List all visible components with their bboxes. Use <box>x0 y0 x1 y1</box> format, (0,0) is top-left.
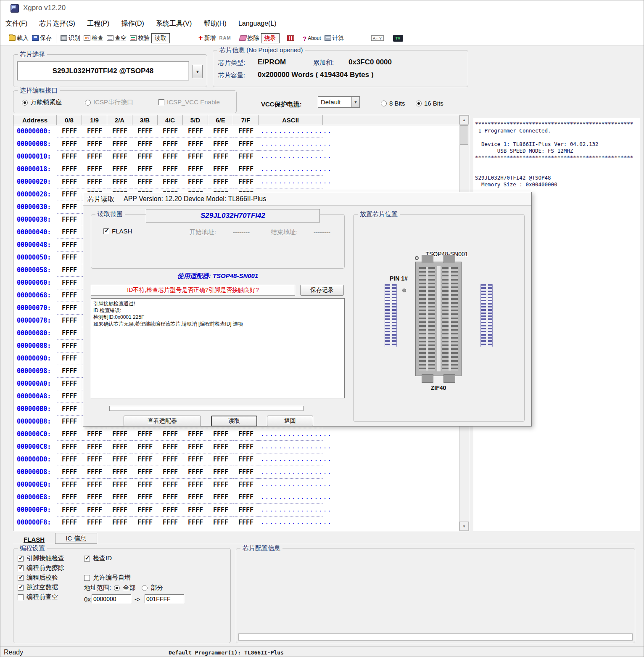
hex-cell[interactable]: FFFF <box>208 428 233 441</box>
hex-cell[interactable]: FFFF <box>183 163 208 176</box>
hex-cell[interactable]: FFFF <box>132 428 158 441</box>
hex-cell[interactable]: FFFF <box>82 176 107 188</box>
hex-cell[interactable]: FFFF <box>158 176 183 188</box>
hex-cell[interactable]: FFFF <box>183 428 208 441</box>
hex-cell[interactable]: FFFF <box>183 466 208 479</box>
hex-cell[interactable]: FFFF <box>82 441 107 453</box>
address-start-input[interactable] <box>92 594 131 603</box>
hex-cell[interactable]: FFFF <box>57 125 82 138</box>
hex-cell[interactable]: FFFF <box>158 466 183 479</box>
hex-cell[interactable]: FFFF <box>132 453 158 466</box>
hex-cell[interactable]: FFFF <box>158 491 183 504</box>
hex-cell[interactable]: FFFF <box>57 176 82 188</box>
hex-cell[interactable]: FFFF <box>107 125 132 138</box>
burn-button[interactable]: 烧录 <box>261 33 280 43</box>
hex-cell[interactable]: FFFF <box>57 428 82 441</box>
calculator-button[interactable]: 计算 <box>323 34 346 43</box>
hex-cell[interactable]: FFFF <box>183 504 208 517</box>
hex-cell[interactable]: FFFF <box>57 201 82 214</box>
hex-cell[interactable]: FFFF <box>233 163 259 176</box>
menu-file[interactable]: 文件(F) <box>0 16 32 31</box>
hex-cell[interactable]: FFFF <box>208 151 233 163</box>
menu-system-tools[interactable]: 系统工具(V) <box>151 16 197 31</box>
menu-project[interactable]: 工程(P) <box>82 16 114 31</box>
hex-cell[interactable]: FFFF <box>57 138 82 151</box>
hex-cell[interactable]: FFFF <box>57 226 82 239</box>
hex-cell[interactable]: FFFF <box>158 138 183 151</box>
hex-cell[interactable]: FFFF <box>158 479 183 491</box>
hex-cell[interactable]: FFFF <box>57 188 82 201</box>
converter-button[interactable]: A↔Y <box>370 34 385 42</box>
bits8-radio[interactable]: 8 Bits <box>381 100 405 107</box>
hex-cell[interactable]: FFFF <box>132 151 158 163</box>
hex-cell[interactable]: FFFF <box>208 466 233 479</box>
scroll-down-icon[interactable]: ▼ <box>459 522 469 531</box>
hex-cell[interactable]: FFFF <box>132 491 158 504</box>
menu-help[interactable]: 帮助(H) <box>199 16 232 31</box>
hex-cell[interactable]: FFFF <box>233 504 259 517</box>
hex-cell[interactable]: FFFF <box>158 151 183 163</box>
view-adapter-button[interactable]: 查看适配器 <box>124 416 201 427</box>
hex-cell[interactable]: FFFF <box>57 163 82 176</box>
hex-cell[interactable]: FFFF <box>208 453 233 466</box>
hex-cell[interactable]: FFFF <box>132 176 158 188</box>
hex-cell[interactable]: FFFF <box>183 453 208 466</box>
hex-cell[interactable]: FFFF <box>107 504 132 517</box>
check-id-checkbox[interactable]: 检查ID <box>84 554 112 562</box>
hex-cell[interactable]: FFFF <box>233 441 259 453</box>
hex-cell[interactable]: FFFF <box>107 517 132 529</box>
save-log-button[interactable]: 保存记录 <box>300 285 344 296</box>
hex-cell[interactable]: FFFF <box>233 517 259 529</box>
hex-cell[interactable]: FFFF <box>158 504 183 517</box>
hex-cell[interactable]: FFFF <box>208 176 233 188</box>
socket-radio[interactable]: 万能锁紧座 <box>22 98 62 106</box>
hex-cell[interactable]: FFFF <box>107 163 132 176</box>
hex-cell[interactable]: FFFF <box>233 151 259 163</box>
hex-cell[interactable]: FFFF <box>57 416 82 428</box>
hex-cell[interactable]: FFFF <box>82 125 107 138</box>
hex-cell[interactable]: FFFF <box>183 491 208 504</box>
hex-cell[interactable]: FFFF <box>57 315 82 327</box>
hex-cell[interactable]: FFFF <box>82 138 107 151</box>
load-button[interactable]: 载入 <box>7 34 30 43</box>
hex-cell[interactable]: FFFF <box>82 163 107 176</box>
hex-cell[interactable]: FFFF <box>208 441 233 453</box>
tab-ic-info[interactable]: IC 信息 <box>55 533 97 544</box>
chip-select-dropdown-button[interactable]: ▼ <box>193 65 203 78</box>
hex-cell[interactable]: FFFF <box>233 138 259 151</box>
hex-cell[interactable]: FFFF <box>57 302 82 315</box>
tv-button[interactable]: TV <box>391 34 405 42</box>
hex-cell[interactable]: FFFF <box>82 151 107 163</box>
hex-cell[interactable]: FFFF <box>82 491 107 504</box>
hex-cell[interactable]: FFFF <box>82 428 107 441</box>
hex-cell[interactable]: FFFF <box>132 441 158 453</box>
verify-button[interactable]: 校验 <box>128 34 151 43</box>
hex-cell[interactable]: FFFF <box>183 479 208 491</box>
hex-cell[interactable]: FFFF <box>57 441 82 453</box>
hex-cell[interactable]: FFFF <box>158 163 183 176</box>
hex-cell[interactable]: FFFF <box>233 176 259 188</box>
range-all-radio[interactable] <box>114 585 120 591</box>
hex-cell[interactable]: FFFF <box>57 277 82 289</box>
verify-after-program-checkbox[interactable]: 编程后校验 <box>18 574 58 582</box>
hex-cell[interactable]: FFFF <box>57 252 82 264</box>
hex-cell[interactable]: FFFF <box>57 504 82 517</box>
check-id-button[interactable]: ID检查 <box>82 34 105 43</box>
hex-cell[interactable]: FFFF <box>132 466 158 479</box>
hex-cell[interactable]: FFFF <box>57 365 82 378</box>
hex-cell[interactable]: FFFF <box>208 163 233 176</box>
menu-chip-select[interactable]: 芯片选择(S) <box>34 16 80 31</box>
hex-cell[interactable]: FFFF <box>183 125 208 138</box>
hex-cell[interactable]: FFFF <box>158 441 183 453</box>
range-part-radio[interactable] <box>142 585 148 591</box>
dialog-title-bar[interactable]: 芯片读取 APP Version: 12.20 Device Model: TL… <box>83 192 531 206</box>
hex-cell[interactable]: FFFF <box>82 479 107 491</box>
hex-cell[interactable]: FFFF <box>233 491 259 504</box>
hex-cell[interactable]: FFFF <box>208 138 233 151</box>
hex-cell[interactable]: FFFF <box>208 517 233 529</box>
menu-operation[interactable]: 操作(D) <box>116 16 149 31</box>
hex-cell[interactable]: FFFF <box>132 504 158 517</box>
hex-cell[interactable]: FFFF <box>107 138 132 151</box>
hex-cell[interactable]: FFFF <box>107 479 132 491</box>
vcc-combo[interactable]: Default ▼ <box>318 96 360 108</box>
